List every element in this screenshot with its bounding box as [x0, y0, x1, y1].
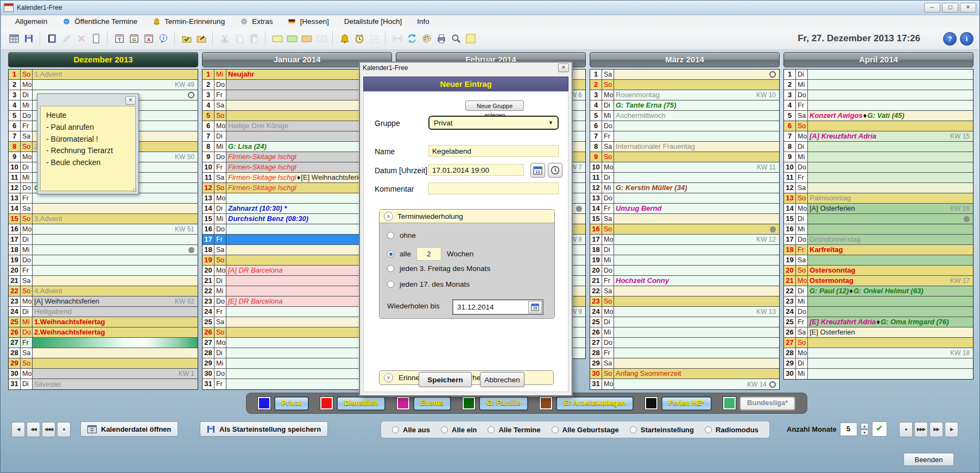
palette-icon[interactable]: [419, 31, 434, 46]
calendar-day-row[interactable]: 23Mi: [784, 297, 973, 307]
nav-right-button[interactable]: ●: [899, 422, 913, 437]
calendar-day-row[interactable]: 3Do: [784, 90, 973, 100]
open-calendar-file-button[interactable]: Kalenderdatei öffnen: [80, 421, 178, 437]
calendar-day-row[interactable]: 18Di: [590, 245, 779, 255]
menu-item-termin-erinnerung[interactable]: Termin-Erinnerung: [145, 15, 232, 28]
calendar-day-row[interactable]: 30Mi: [784, 369, 973, 379]
calendar-day-row[interactable]: 29Sa: [590, 358, 779, 369]
recurrence-option-day17[interactable]: jeden 17. des Monats: [387, 280, 470, 288]
delete-icon[interactable]: [74, 31, 88, 46]
legend-color-swatch[interactable]: [397, 397, 409, 409]
new-birthday-icon[interactable]: G: [127, 31, 141, 46]
calendar-day-row[interactable]: 8SaInternationaler Frauentag: [590, 142, 779, 152]
calendar-day-row[interactable]: 19Do: [9, 255, 198, 266]
calendar-day-row[interactable]: 6Do: [590, 121, 779, 131]
calendar-day-row[interactable]: 4Fr: [784, 100, 973, 111]
dialog-close-icon[interactable]: ✕: [558, 64, 569, 72]
expand-icon[interactable]: ∨: [384, 373, 393, 382]
calendar-day-row[interactable]: 2So: [590, 80, 779, 90]
calendar-day-row[interactable]: 15Sa: [590, 214, 779, 224]
calendar-day-row[interactable]: 14Sa: [9, 204, 198, 214]
paste-icon[interactable]: [246, 31, 261, 46]
edit-icon[interactable]: [59, 31, 74, 46]
calendar-day-row[interactable]: 18Mi: [9, 245, 198, 255]
calendar-day-row[interactable]: 17MoKW 12: [590, 235, 779, 245]
save-button[interactable]: Speichern: [419, 372, 472, 387]
calendar-day-row[interactable]: 1Di: [784, 70, 973, 80]
sticky-note[interactable]: ✕ Heute - Paul anrufen- Büromaterial !- …: [37, 93, 139, 194]
quit-button[interactable]: Beenden: [903, 453, 954, 466]
calendar-picker-icon[interactable]: 12: [530, 163, 545, 178]
delete-appointment-icon[interactable]: X: [141, 31, 156, 46]
calendar-day-row[interactable]: 10Do: [784, 162, 973, 173]
calendar-day-row[interactable]: 24MoKW 13: [590, 307, 779, 317]
calendar-day-row[interactable]: 21MoOstermontagKW 17: [784, 276, 973, 286]
calendar-day-row[interactable]: 28Sa: [9, 348, 198, 358]
calendar-day-row[interactable]: 4DiG: Tante Erna (75): [590, 100, 779, 111]
nav-right-button[interactable]: ▶: [945, 422, 958, 437]
calendar-day-row[interactable]: 23So: [590, 297, 779, 307]
calendar-day-row[interactable]: 20SoOstersonntag: [784, 266, 973, 276]
legend-group-button[interactable]: Bundesliga*: [739, 396, 795, 411]
menu-item-extras[interactable]: Extras: [232, 15, 280, 28]
nav-left-button[interactable]: ◀◀◀: [42, 422, 55, 437]
legend-color-swatch[interactable]: [723, 397, 736, 409]
filter-radio-alle-termine[interactable]: Alle Termine: [488, 426, 540, 434]
maximize-button[interactable]: ▢: [942, 3, 958, 12]
legend-color-swatch[interactable]: [540, 397, 552, 409]
print-icon[interactable]: [434, 31, 448, 46]
calendar-day-row[interactable]: 29Di: [784, 358, 973, 369]
nav-left-button[interactable]: ◀: [11, 422, 25, 437]
radio-icon-selected[interactable]: [387, 250, 394, 257]
calendar-day-row[interactable]: 31DiSilvester: [9, 379, 198, 389]
dialog-title-bar[interactable]: Kalender1-Free ✕: [360, 62, 572, 73]
calendar-day-row[interactable]: 5MiAschermittwoch: [590, 111, 779, 121]
calendar-picker-icon[interactable]: 15: [528, 301, 542, 313]
calendar-day-row[interactable]: 23Mo[A] WeihnachtsferienKW 52: [9, 297, 198, 307]
nav-left-button[interactable]: ◀◀: [27, 422, 40, 437]
nav-right-button[interactable]: ▶▶: [930, 422, 943, 437]
legend-color-swatch[interactable]: [463, 397, 475, 409]
nav-left-button[interactable]: ●: [57, 422, 71, 437]
calendar-day-row[interactable]: 11Fr: [784, 173, 973, 183]
calendar-day-row[interactable]: 26Do2.Weihnachtsfeiertag: [9, 327, 198, 338]
legend-group-button[interactable]: Privat: [274, 396, 309, 411]
cancel-button[interactable]: Abbrechen: [480, 372, 524, 387]
stepper-up-icon[interactable]: ▲: [861, 423, 869, 429]
calendar-day-row[interactable]: 30MoKW 1: [9, 369, 198, 379]
zoom-icon[interactable]: [448, 31, 463, 46]
calendar-day-row[interactable]: 10MoKW 11: [590, 162, 779, 173]
calendar-day-row[interactable]: 3MoRosenmontagKW 10: [590, 90, 779, 100]
minimize-button[interactable]: ─: [924, 3, 940, 12]
calendar-day-row[interactable]: 12Sa: [784, 183, 973, 193]
calendar-day-row[interactable]: 16MoKW 51: [9, 224, 198, 235]
calendar-day-row[interactable]: 15So3.Advent: [9, 214, 198, 224]
calendar-day-row[interactable]: 21Sa: [9, 276, 198, 286]
calendar-day-row[interactable]: 16Mi: [784, 224, 973, 235]
calendar-day-row[interactable]: 8Di: [784, 142, 973, 152]
recurrence-option-friday[interactable]: jeden 3. Freitag des Monats: [387, 264, 490, 273]
info-icon[interactable]: i: [960, 32, 973, 46]
calendar-day-row[interactable]: 19Sa: [784, 255, 973, 266]
filter-radio-radiomodus[interactable]: Radiomodus: [705, 426, 758, 434]
legend-group-button[interactable]: G: Familie: [479, 396, 528, 411]
table-view-icon[interactable]: [7, 31, 21, 46]
calendar-day-row[interactable]: 22Sa: [590, 286, 779, 297]
filter-radio-alle-ein[interactable]: Alle ein: [441, 426, 477, 434]
radio-icon[interactable]: [441, 426, 448, 433]
calendar-day-row[interactable]: 1So1.Advent: [9, 70, 198, 80]
export-folder-icon[interactable]: [194, 31, 208, 46]
calendar-day-row[interactable]: 24DiHeiligabend: [9, 307, 198, 317]
calendar-day-row[interactable]: 2MoKW 49: [9, 80, 198, 90]
calendar-day-row[interactable]: 17DoGründonnerstag: [784, 235, 973, 245]
calendar-day-row[interactable]: 13SoPalmsonntag: [784, 193, 973, 204]
calendar-day-row[interactable]: 28MoKW 18: [784, 348, 973, 358]
calendar-day-row[interactable]: 11Di: [590, 173, 779, 183]
calendar-day-row[interactable]: 7Fr: [590, 131, 779, 142]
radio-icon[interactable]: [387, 281, 394, 288]
repeat-until-input[interactable]: 31.12.2014 15: [452, 299, 543, 315]
swatch-yellow-icon[interactable]: [270, 31, 284, 46]
checklist-icon[interactable]: [366, 31, 381, 46]
legend-color-swatch[interactable]: [645, 397, 657, 409]
stepper-down-icon[interactable]: ▼: [861, 430, 869, 436]
